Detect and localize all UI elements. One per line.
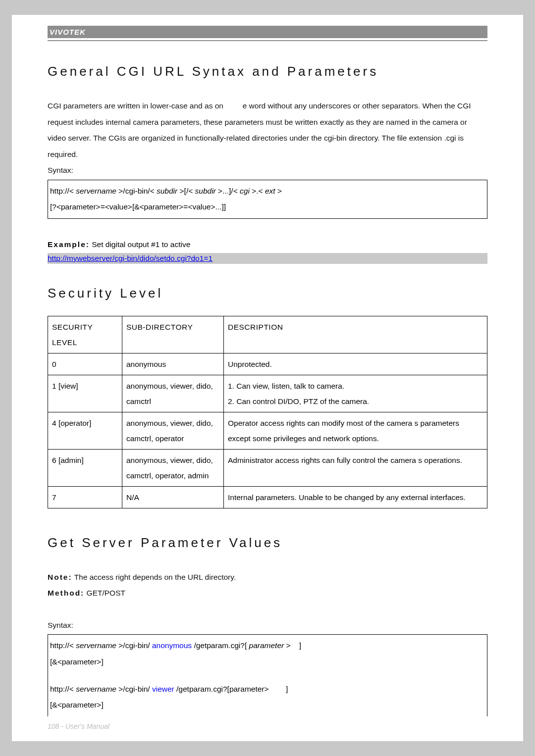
cell-subdir: N/A [122,486,224,508]
kw-viewer: viewer [152,685,174,693]
th-level: SECURITY LEVEL [48,316,122,353]
heading-get-server-params: Get Server Parameter Values [48,535,487,551]
t: > [277,187,282,195]
t: >.< [252,187,263,195]
example-url-link[interactable]: http://mywebserver/cgi-bin/dido/setdo.cg… [48,254,213,262]
syntax-block-anonymous: http://< servername >/cgi-bin/ anonymous… [50,638,485,654]
syntax-box-2: http://< servername >/cgi-bin/ anonymous… [48,634,487,716]
table-row: 1 [view] anonymous, viewer, dido, camctr… [48,375,487,412]
method-text: GET/POST [84,589,125,597]
brand-rule [48,40,487,41]
heading-security-level: Security Level [48,286,487,301]
page: VIVOTEK General CGI URL Syntax and Param… [12,15,523,741]
t: /getparam.cgi?[ [194,641,247,650]
cell-desc: Internal parameters. Unable to be change… [224,486,487,508]
example-line: Example: Set digital output #1 to active [48,237,487,252]
syntax-block-viewer-2: [&<parameter>] [50,697,485,713]
example-text: Set digital output #1 to active [90,240,190,249]
page-number: 108 - User's Manual [48,722,109,730]
cell-level: 1 [view] [48,375,122,412]
intro-paragraph: CGI parameters are written in lower-case… [48,98,487,162]
syntax-block-anonymous-2: [&<parameter>] [50,654,485,670]
method-line: Method: GET/POST [48,585,487,602]
t: >...]/< [218,187,238,195]
cell-subdir: anonymous, viewer, dido, camctrl [122,375,224,412]
note-line: Note: The access right depends on the UR… [48,569,487,586]
table-row: 4 [operator] anonymous, viewer, dido, ca… [48,412,487,449]
cell-level: 7 [48,486,122,508]
t: http://< [50,187,74,195]
t: > ] [286,641,302,650]
cell-level: 0 [48,353,122,375]
security-table: SECURITY LEVEL SUB-DIRECTORY DESCRIPTION… [48,316,487,508]
cell-desc: 1. Can view, listen, talk to camera. 2. … [224,375,487,412]
syntax-block-viewer: http://< servername >/cgi-bin/ viewer /g… [50,681,485,698]
table-row: 7 N/A Internal parameters. Unable to be … [48,486,487,508]
cell-level: 6 [admin] [48,449,122,486]
kw-subdir: subdir [195,187,216,195]
cell-subdir: anonymous, viewer, dido, camctrl, operat… [122,449,224,486]
t: >[/< [180,187,193,195]
table-row: 0 anonymous Unprotected. [48,353,487,375]
t: >/cgi-bin/ [118,641,150,650]
method-label: Method: [48,589,84,597]
brand-text: VIVOTEK [50,28,86,36]
cell-desc: Unprotected. [224,353,487,375]
syntax-box-1: http://< servername >/cgi-bin/< subdir >… [48,180,487,219]
note-text: The access right depends on the URL dire… [72,573,236,581]
cell-desc: Administrator access rights can fully co… [224,449,487,486]
kw-parameter: parameter [249,641,284,650]
syntax-line-2: [?<parameter>=<value>[&<parameter>=<valu… [50,199,485,215]
example-url-block: http://mywebserver/cgi-bin/dido/setdo.cg… [48,253,487,264]
kw-ext: ext [265,187,275,195]
syntax-line-1: http://< servername >/cgi-bin/< subdir >… [50,183,485,200]
cell-level: 4 [operator] [48,412,122,449]
th-subdir: SUB-DIRECTORY [122,316,224,353]
t: >/cgi-bin/ [118,685,150,693]
syntax-label-1: Syntax: [48,162,487,179]
t: http://< [50,685,74,693]
brand-bar: VIVOTEK [48,26,487,38]
t: http://< [50,641,74,650]
kw-anonymous: anonymous [152,641,192,650]
t: /getparam.cgi?[parameter> ] [176,685,288,693]
note-label: Note: [48,573,72,581]
cell-desc: Operator access rights can modify most o… [224,412,487,449]
cell-subdir: anonymous, viewer, dido, camctrl, operat… [122,412,224,449]
table-header-row: SECURITY LEVEL SUB-DIRECTORY DESCRIPTION [48,316,487,353]
heading-general-cgi: General CGI URL Syntax and Parameters [48,64,487,79]
kw-servername: servername [76,685,116,693]
kw-subdir: subdir [157,187,177,195]
t: >/cgi-bin/< [118,187,154,195]
syntax-label-2: Syntax: [48,617,487,634]
cell-subdir: anonymous [122,353,224,375]
kw-servername: servername [76,187,116,195]
kw-cgi: cgi [240,187,250,195]
example-label: Example: [48,240,90,249]
table-row: 6 [admin] anonymous, viewer, dido, camct… [48,449,487,486]
th-desc: DESCRIPTION [224,316,487,353]
kw-servername: servername [76,641,116,650]
